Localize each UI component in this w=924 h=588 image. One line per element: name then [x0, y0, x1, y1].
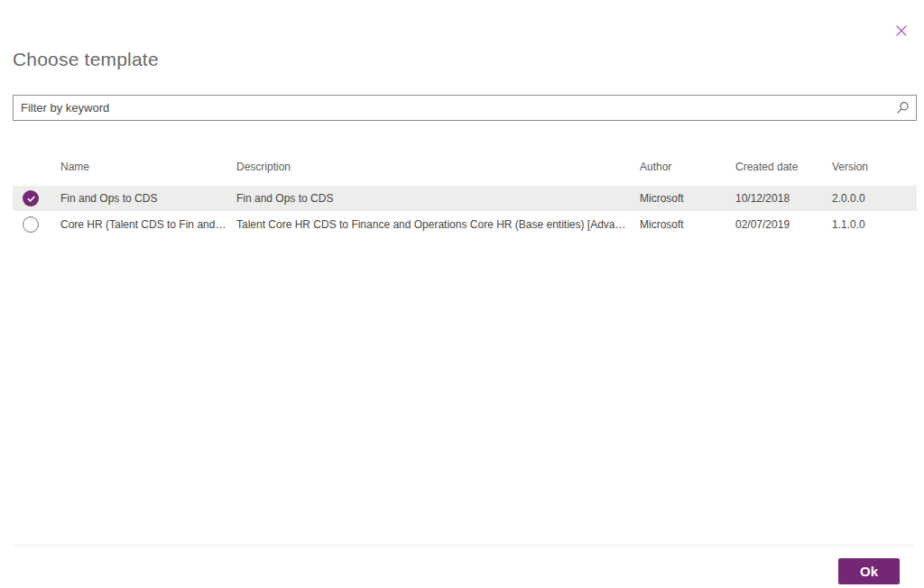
cell-created-date: 02/07/2019 [735, 218, 832, 231]
radio-selected-icon[interactable] [23, 190, 39, 207]
close-button[interactable] [891, 20, 912, 41]
footer-divider [13, 545, 914, 546]
column-header-version: Version [832, 161, 917, 173]
ok-button[interactable]: Ok [838, 558, 900, 584]
filter-box [13, 95, 917, 121]
column-header-author: Author [640, 161, 735, 173]
table-row-core-hr[interactable]: Core HR (Talent CDS to Fin and Ops) Tale… [13, 211, 917, 237]
close-icon [895, 24, 908, 37]
table-header-row: Name Description Author Created date Ver… [13, 151, 917, 183]
search-icon [889, 96, 916, 120]
cell-description: Talent Core HR CDS to Finance and Operat… [236, 218, 640, 231]
cell-author: Microsoft [640, 218, 735, 231]
filter-input[interactable] [14, 96, 889, 120]
table-row-fin-and-ops[interactable]: Fin and Ops to CDS Fin and Ops to CDS Mi… [13, 186, 917, 211]
checkmark-icon [26, 194, 36, 204]
column-header-created-date: Created date [735, 161, 832, 173]
radio-unselected-icon[interactable] [23, 216, 39, 233]
column-header-name: Name [60, 161, 236, 173]
cell-name: Fin and Ops to CDS [60, 192, 236, 205]
cell-created-date: 10/12/2018 [735, 192, 832, 205]
dialog-title: Choose template [13, 49, 159, 70]
cell-name: Core HR (Talent CDS to Fin and Ops) [60, 218, 236, 231]
cell-author: Microsoft [640, 192, 735, 205]
cell-description: Fin and Ops to CDS [236, 192, 640, 205]
cell-version: 1.1.0.0 [832, 218, 917, 231]
column-header-description: Description [236, 161, 640, 173]
cell-version: 2.0.0.0 [832, 192, 917, 205]
choose-template-dialog: Choose template Name Description Author … [0, 0, 924, 588]
